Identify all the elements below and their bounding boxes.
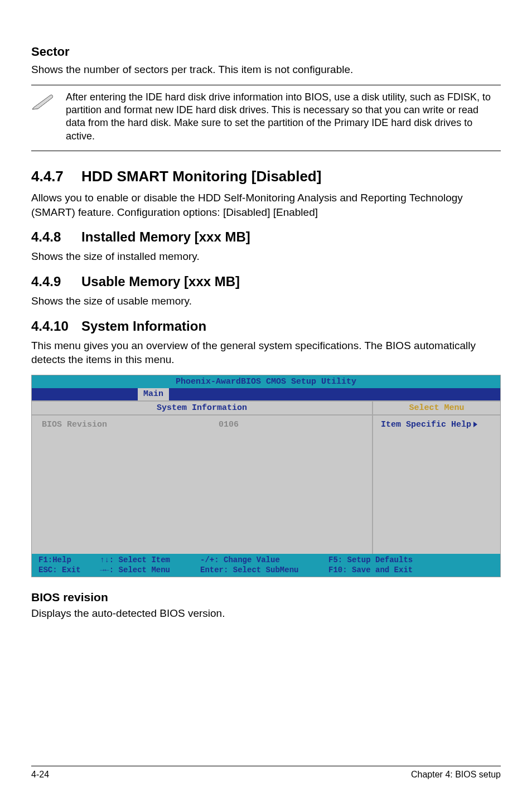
bios-change-value: -/+: Change Value [200, 555, 328, 566]
triangle-right-icon [473, 422, 477, 427]
bios-footer: F1:Help ESC: Exit ↑↓: Select Item →←: Se… [32, 554, 500, 577]
section-448-body: Shows the size of installed memory. [31, 249, 501, 264]
bios-select-menu: →←: Select Menu [100, 566, 200, 576]
bios-body-row: BIOS Revision 0106 Item Specific Help [32, 414, 500, 554]
bios-title: Phoenix-AwardBIOS CMOS Setup Utility [32, 375, 500, 388]
section-448-heading: 4.4.8 Installed Memory [xxx MB] [31, 229, 501, 245]
bios-row-label[interactable]: BIOS Revision [42, 420, 107, 549]
note-text: After entering the IDE hard disk drive i… [66, 91, 501, 143]
bios-f5: F5: Setup Defaults [328, 555, 494, 566]
section-448-title: Installed Memory [xxx MB] [81, 229, 501, 245]
pen-icon [31, 91, 56, 143]
bios-enter-submenu: Enter: Select SubMenu [200, 566, 328, 576]
bios-header-row: System Information Select Menu [32, 400, 500, 414]
sector-body: Shows the number of sectors per track. T… [31, 62, 501, 77]
bios-tab-main[interactable]: Main [138, 388, 169, 400]
section-447-title: HDD SMART Monitoring [Disabled] [81, 168, 501, 185]
section-4410-body: This menu gives you an overview of the g… [31, 339, 501, 367]
bios-revision-body: Displays the auto-detected BIOS version. [31, 606, 501, 621]
bios-tabbar: Main [32, 388, 500, 400]
section-4410-heading: 4.4.10 System Information [31, 318, 501, 334]
section-449-num: 4.4.9 [31, 274, 81, 289]
bios-revision-heading: BIOS revision [31, 591, 501, 604]
section-449-heading: 4.4.9 Usable Memory [xxx MB] [31, 274, 501, 289]
bios-f1: F1:Help [38, 555, 100, 566]
bios-body-left: BIOS Revision 0106 [32, 416, 372, 554]
sector-heading: Sector [31, 45, 501, 59]
section-4410-title: System Information [81, 318, 501, 334]
bios-body-right: Item Specific Help [372, 416, 500, 554]
bios-right-header: Select Menu [372, 402, 500, 414]
bios-left-header: System Information [32, 402, 372, 414]
section-449-body: Shows the size of usable memory. [31, 294, 501, 308]
bios-help-label: Item Specific Help [381, 420, 471, 429]
section-447-body: Allows you to enable or disable the HDD … [31, 191, 501, 219]
bios-f10: F10: Save and Exit [328, 566, 494, 576]
section-447-heading: 4.4.7 HDD SMART Monitoring [Disabled] [31, 168, 501, 185]
section-449-title: Usable Memory [xxx MB] [81, 274, 501, 289]
note-box: After entering the IDE hard disk drive i… [31, 85, 501, 152]
chapter-label: Chapter 4: BIOS setup [411, 770, 501, 780]
section-4410-num: 4.4.10 [31, 318, 81, 334]
bios-select-item: ↑↓: Select Item [100, 555, 200, 566]
section-448-num: 4.4.8 [31, 229, 81, 245]
bios-row-value: 0106 [219, 420, 239, 549]
bios-esc: ESC: Exit [38, 566, 100, 576]
page-number: 4-24 [31, 770, 49, 780]
section-447-num: 4.4.7 [31, 168, 81, 185]
bios-screen: Phoenix-AwardBIOS CMOS Setup Utility Mai… [31, 375, 501, 577]
page-footer: 4-24 Chapter 4: BIOS setup [31, 766, 501, 780]
